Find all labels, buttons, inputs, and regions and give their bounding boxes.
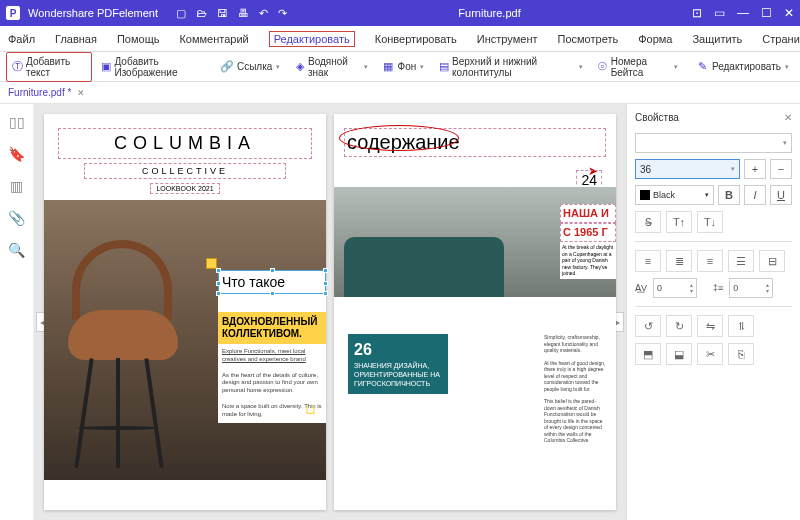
print-icon[interactable]: 🖶 <box>238 7 249 20</box>
window-min-icon[interactable]: ― <box>737 6 749 20</box>
background-button[interactable]: ▦Фон▾ <box>377 57 430 76</box>
page1-highlight[interactable]: ВДОХНОВЛЕННЫЙ КОЛЛЕКТИВОМ. <box>218 312 326 344</box>
page1-lookbook[interactable]: LOOKBOOK 2021 <box>150 183 220 194</box>
menu-convert[interactable]: Конвертировать <box>375 33 457 45</box>
font-size-input[interactable]: 36▾ <box>635 159 740 179</box>
page1-para2[interactable]: As the heart of the details of culture, … <box>218 368 326 399</box>
decrease-size-button[interactable]: − <box>770 159 792 179</box>
window-max-icon[interactable]: ☐ <box>761 6 772 20</box>
page1-subtitle[interactable]: COLLECTIVE <box>84 163 286 179</box>
page-2[interactable]: содержание ➤ 24 НАША И С 1965 Г At the b… <box>334 114 616 510</box>
edit-mode-label: Редактировать <box>712 61 781 72</box>
bring-front-button[interactable]: ⬒ <box>635 343 661 365</box>
line-height-input[interactable]: 0▴▾ <box>729 278 773 298</box>
link-button[interactable]: 🔗Ссылка▾ <box>216 57 285 76</box>
editing-text[interactable]: Что такое <box>222 274 285 290</box>
edit-toolbar: ⓉДобавить текст ▣Добавить Изображение 🔗С… <box>0 52 800 82</box>
rcol-p3: This belief is the pared-down aesthetic … <box>544 398 606 444</box>
align-right-button[interactable]: ≡ <box>697 250 723 272</box>
page2-teal-box[interactable]: 26 ЗНАЧЕНИЯ ДИЗАЙНА, ОРИЕНТИРОВАННЫЕ НА … <box>348 334 448 394</box>
page2-toc[interactable]: содержание <box>344 128 606 157</box>
menu-tool[interactable]: Инструмент <box>477 33 538 45</box>
window-compact-icon[interactable]: ▭ <box>714 6 725 20</box>
menu-form[interactable]: Форма <box>638 33 672 45</box>
layers-icon[interactable]: ▥ <box>9 178 25 194</box>
rotate-right-button[interactable]: ↻ <box>666 315 692 337</box>
tab-close-icon[interactable]: ✕ <box>77 88 85 98</box>
underline-button[interactable]: U <box>770 185 792 205</box>
char-spacing-input[interactable]: 0▴▾ <box>653 278 697 298</box>
tab-label: Furniture.pdf * <box>8 87 71 98</box>
nasha-line1[interactable]: НАША И <box>560 204 616 223</box>
page2-right-col[interactable]: Simplicity, craftsmanship, elegant funct… <box>544 334 606 444</box>
align-center-button[interactable]: ≣ <box>666 250 692 272</box>
open-icon[interactable]: 🗁 <box>196 7 207 20</box>
menu-edit[interactable]: Редактировать <box>269 31 355 47</box>
strikethrough-button[interactable]: S̶ <box>635 211 661 233</box>
window-close-icon[interactable]: ✕ <box>784 6 794 20</box>
chair-icon: ⊔ <box>305 401 316 417</box>
properties-title: Свойства <box>635 112 679 123</box>
close-panel-icon[interactable]: ✕ <box>784 112 792 123</box>
add-image-button[interactable]: ▣Добавить Изображение <box>96 53 212 81</box>
background-label: Фон <box>398 61 417 72</box>
cut-button[interactable]: ✂ <box>697 343 723 365</box>
thumbnails-icon[interactable]: ▯▯ <box>9 114 25 130</box>
teal-number: 26 <box>354 340 442 361</box>
bookmark-icon[interactable]: 🔖 <box>9 146 25 162</box>
folder-icon[interactable]: ▢ <box>176 7 186 20</box>
align-left-button[interactable]: ≡ <box>635 250 661 272</box>
menu-help[interactable]: Помощь <box>117 33 160 45</box>
watermark-button[interactable]: ◈Водяной знак▾ <box>289 53 372 81</box>
font-family-select[interactable]: ▾ <box>635 133 792 153</box>
chevron-down-icon: ▾ <box>364 63 368 71</box>
color-picker[interactable]: Black▾ <box>635 185 714 205</box>
app-name: Wondershare PDFelement <box>28 7 158 19</box>
page1-title[interactable]: COLUMBIA <box>58 128 312 159</box>
copy-button[interactable]: ⎘ <box>728 343 754 365</box>
color-name: Black <box>653 190 675 200</box>
flip-h-button[interactable]: ⇋ <box>697 315 723 337</box>
bates-button[interactable]: ⦾Номера Бейтса▾ <box>592 53 683 81</box>
window-settings-icon[interactable]: ⊡ <box>692 6 702 20</box>
editing-text-box[interactable]: Что такое <box>218 270 326 294</box>
menu-page[interactable]: Страница <box>762 33 800 45</box>
titlebar: P Wondershare PDFelement ▢ 🗁 🖫 🖶 ↶ ↷ Fur… <box>0 0 800 26</box>
redo-icon[interactable]: ↷ <box>278 7 287 20</box>
edit-mode-button[interactable]: ✎Редактировать▾ <box>691 57 794 76</box>
align-distribute-button[interactable]: ⊟ <box>759 250 785 272</box>
menu-home[interactable]: Главная <box>55 33 97 45</box>
tab-furniture[interactable]: Furniture.pdf *✕ <box>8 87 85 98</box>
page1-image[interactable]: Что такое ВДОХНОВЛЕННЫЙ КОЛЛЕКТИВОМ. Exp… <box>44 200 326 480</box>
italic-button[interactable]: I <box>744 185 766 205</box>
header-footer-button[interactable]: ▤Верхний и нижний колонтитулы▾ <box>433 53 588 81</box>
chevron-down-icon: ▾ <box>731 165 735 173</box>
teal-text: ЗНАЧЕНИЯ ДИЗАЙНА, ОРИЕНТИРОВАННЫЕ НА ГИГ… <box>354 361 442 388</box>
page-1[interactable]: COLUMBIA COLLECTIVE LOOKBOOK 2021 Что та… <box>44 114 326 510</box>
bates-label: Номера Бейтса <box>611 56 670 78</box>
superscript-button[interactable]: T↑ <box>666 211 692 233</box>
increase-size-button[interactable]: + <box>744 159 766 179</box>
font-size-value: 36 <box>640 164 651 175</box>
add-text-button[interactable]: ⓉДобавить текст <box>6 52 92 82</box>
save-icon[interactable]: 🖫 <box>217 7 228 20</box>
nasha-para[interactable]: At the break of daylight on a Copenhagen… <box>560 242 616 279</box>
align-justify-button[interactable]: ☰ <box>728 250 754 272</box>
menu-file[interactable]: Файл <box>8 33 35 45</box>
nasha-line2[interactable]: С 1965 Г <box>560 223 616 242</box>
search-icon[interactable]: 🔍 <box>9 242 25 258</box>
subscript-button[interactable]: T↓ <box>697 211 723 233</box>
menu-comment[interactable]: Комментарий <box>179 33 248 45</box>
bold-button[interactable]: B <box>718 185 740 205</box>
menu-protect[interactable]: Защитить <box>692 33 742 45</box>
send-back-button[interactable]: ⬓ <box>666 343 692 365</box>
rotate-left-button[interactable]: ↺ <box>635 315 661 337</box>
menu-view[interactable]: Посмотреть <box>558 33 619 45</box>
canvas[interactable]: ◀ ▶ COLUMBIA COLLECTIVE LOOKBOOK 2021 Чт… <box>34 104 626 520</box>
attachment-icon[interactable]: 📎 <box>9 210 25 226</box>
chevron-down-icon: ▾ <box>276 63 280 71</box>
undo-icon[interactable]: ↶ <box>259 7 268 20</box>
flip-v-button[interactable]: ⥮ <box>728 315 754 337</box>
page1-para1[interactable]: Explore Functionals, meet local creative… <box>218 344 326 368</box>
page2-nasha: НАША И С 1965 Г At the break of daylight… <box>560 204 616 279</box>
